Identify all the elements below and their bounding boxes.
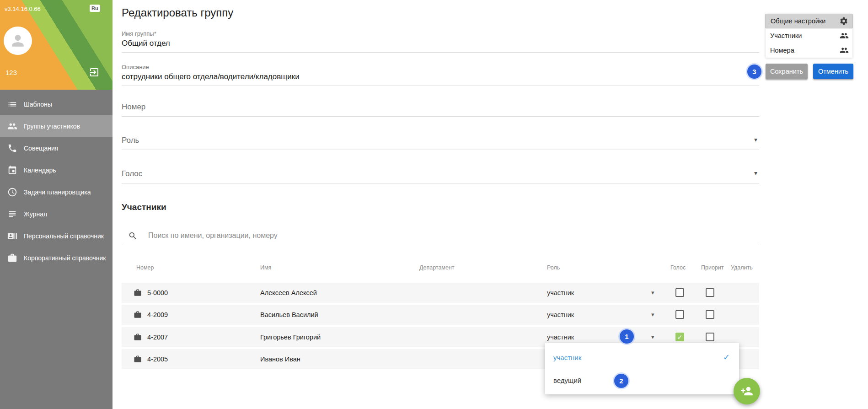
cancel-button[interactable]: Отменить bbox=[813, 64, 853, 79]
sidebar-header: v3.14.16.0.66 Ru 123 bbox=[0, 0, 113, 90]
col-header-priority: Приорит bbox=[701, 264, 724, 271]
sidebar-item-label: Группы участников bbox=[24, 123, 80, 130]
voice-select-placeholder: Голос bbox=[122, 169, 142, 178]
sidebar-item-label: Персональный справочник bbox=[24, 232, 104, 240]
page-title: Редактировать группу bbox=[122, 6, 233, 19]
save-button[interactable]: Сохранить bbox=[766, 64, 808, 79]
voice-checkbox[interactable] bbox=[675, 288, 684, 297]
col-header-delete: Удалить bbox=[731, 264, 753, 271]
chevron-down-icon: ▾ bbox=[754, 136, 759, 143]
member-number: 4-2007 bbox=[147, 327, 168, 347]
sidebar-item-scheduler-tasks[interactable]: Задачи планировщика bbox=[0, 181, 113, 203]
table-row: 4-2009 Васильев Василий участник ▾ bbox=[122, 305, 759, 325]
group-name-field: Имя группы* bbox=[122, 30, 759, 53]
chevron-down-icon: ▾ bbox=[754, 169, 759, 177]
sidebar-item-meetings[interactable]: Совещания bbox=[0, 137, 113, 159]
briefcase-icon bbox=[134, 311, 142, 319]
person-icon bbox=[9, 32, 27, 49]
group-name-label: Имя группы* bbox=[122, 30, 759, 37]
member-name: Иванов Иван bbox=[260, 349, 300, 369]
description-input[interactable] bbox=[122, 72, 759, 81]
priority-checkbox[interactable] bbox=[706, 310, 714, 319]
chevron-down-icon[interactable]: ▾ bbox=[651, 283, 654, 303]
briefcase-icon bbox=[7, 253, 17, 263]
add-member-fab[interactable] bbox=[734, 378, 760, 404]
version-label: v3.14.16.0.66 bbox=[5, 5, 41, 12]
col-header-department: Департамент bbox=[419, 264, 455, 271]
table-row: 5-0000 Алексеев Алексей участник ▾ bbox=[122, 283, 759, 303]
role-dropdown-menu: участник ✓ ведущий bbox=[545, 343, 739, 394]
sidebar-item-label: Совещания bbox=[24, 145, 58, 152]
description-label: Описание bbox=[122, 64, 759, 70]
search-icon bbox=[128, 231, 138, 241]
settings-item-label: Номера bbox=[770, 47, 794, 54]
annotation-marker-3: 3 bbox=[747, 65, 761, 79]
check-icon: ✓ bbox=[723, 352, 730, 362]
role-option-label: ведущий bbox=[553, 377, 581, 384]
col-header-number: Номер bbox=[136, 264, 154, 271]
gear-icon bbox=[839, 16, 848, 26]
sidebar-item-corporate-directory[interactable]: Корпоративный справочник bbox=[0, 247, 113, 269]
role-option-leader[interactable]: ведущий bbox=[545, 369, 739, 392]
col-header-role: Роль bbox=[547, 264, 560, 271]
annotation-marker-2: 2 bbox=[614, 374, 628, 388]
sidebar-item-member-groups[interactable]: Группы участников bbox=[0, 115, 113, 137]
member-name: Васильев Василий bbox=[260, 305, 318, 325]
role-select-placeholder: Роль bbox=[122, 136, 139, 145]
voice-checkbox[interactable] bbox=[675, 310, 684, 319]
phone-icon bbox=[7, 143, 17, 153]
member-role-select[interactable]: участник bbox=[547, 283, 574, 303]
number-input[interactable] bbox=[122, 102, 759, 112]
sidebar-item-label: Шаблоны bbox=[24, 101, 52, 108]
members-section-title: Участники bbox=[122, 202, 166, 212]
people-icon bbox=[840, 31, 849, 40]
col-header-voice: Голос bbox=[670, 264, 686, 271]
logout-button[interactable] bbox=[89, 67, 100, 80]
sidebar-nav: Шаблоны Группы участников Совещания Кале… bbox=[0, 93, 113, 269]
member-role-select[interactable]: участник bbox=[547, 305, 574, 325]
group-name-input[interactable] bbox=[122, 39, 759, 48]
username-label: 123 bbox=[5, 69, 17, 76]
member-name: Алексеев Алексей bbox=[260, 283, 317, 303]
check-icon: ✓ bbox=[677, 334, 683, 341]
settings-item-label: Участники bbox=[770, 32, 802, 39]
role-option-participant[interactable]: участник ✓ bbox=[545, 346, 739, 369]
person-add-icon bbox=[740, 385, 753, 398]
members-search bbox=[122, 227, 759, 245]
sidebar-item-label: Календарь bbox=[24, 167, 56, 174]
search-input[interactable] bbox=[148, 227, 743, 244]
settings-item-general[interactable]: Общие настройки bbox=[766, 14, 852, 28]
description-field: Описание bbox=[122, 64, 759, 86]
role-select[interactable]: Роль ▾ bbox=[122, 136, 759, 150]
sidebar-item-journal[interactable]: Журнал bbox=[0, 203, 113, 225]
sidebar-item-label: Журнал bbox=[24, 210, 47, 218]
app-window: v3.14.16.0.66 Ru 123 Шаблоны Группы учас… bbox=[0, 0, 868, 409]
settings-item-numbers[interactable]: Номера bbox=[766, 43, 852, 58]
calendar-icon bbox=[7, 165, 17, 175]
priority-checkbox[interactable] bbox=[706, 333, 714, 341]
briefcase-icon bbox=[134, 355, 142, 363]
member-number: 4-2009 bbox=[147, 305, 168, 325]
col-header-name: Имя bbox=[260, 264, 271, 271]
priority-checkbox[interactable] bbox=[706, 288, 714, 297]
sidebar-item-calendar[interactable]: Календарь bbox=[0, 159, 113, 181]
member-number: 5-0000 bbox=[147, 283, 168, 303]
sidebar-item-label: Корпоративный справочник bbox=[24, 254, 106, 262]
sidebar-item-templates[interactable]: Шаблоны bbox=[0, 93, 113, 115]
people-icon bbox=[7, 121, 17, 131]
voice-checkbox-checked[interactable]: ✓ bbox=[675, 333, 684, 341]
settings-item-members[interactable]: Участники bbox=[766, 28, 852, 43]
sidebar-item-personal-directory[interactable]: Персональный справочник bbox=[0, 225, 113, 247]
briefcase-icon bbox=[134, 333, 142, 341]
sidebar-item-label: Задачи планировщика bbox=[24, 188, 91, 196]
voice-select[interactable]: Голос ▾ bbox=[122, 169, 759, 183]
people-icon bbox=[840, 46, 849, 55]
chevron-down-icon[interactable]: ▾ bbox=[651, 305, 654, 325]
settings-menu: Общие настройки Участники Номера bbox=[766, 14, 852, 58]
sidebar: v3.14.16.0.66 Ru 123 Шаблоны Группы учас… bbox=[0, 0, 113, 409]
annotation-marker-1: 1 bbox=[620, 329, 634, 344]
member-name: Григорьев Григорий bbox=[260, 327, 321, 347]
clock-icon bbox=[7, 187, 17, 197]
language-badge[interactable]: Ru bbox=[90, 5, 100, 12]
logout-icon bbox=[89, 67, 100, 78]
